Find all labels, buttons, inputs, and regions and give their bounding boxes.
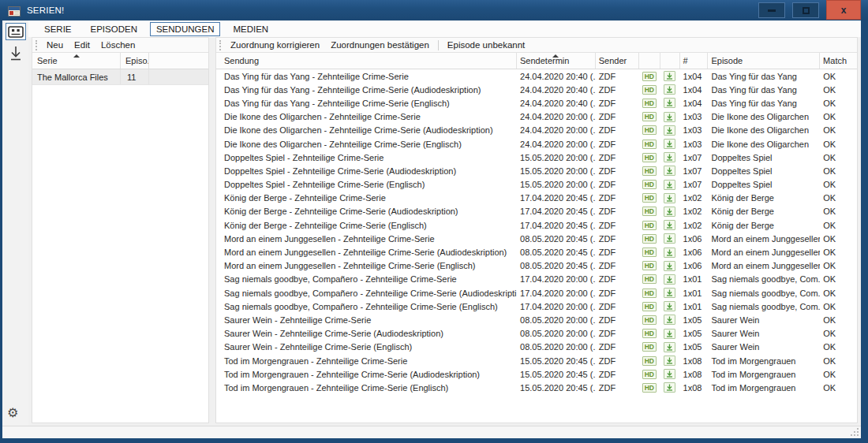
broadcast-row[interactable]: Mord an einem Junggesellen - Zehnteilige… bbox=[216, 232, 857, 245]
sendetermin-cell: 08.05.2020 20:45 (... bbox=[517, 248, 596, 257]
download-media-icon[interactable] bbox=[664, 139, 675, 149]
broadcast-row[interactable]: Die Ikone des Oligarchen - Zehnteilige C… bbox=[216, 110, 857, 124]
episode-cell: Tod im Morgengrauen bbox=[708, 370, 820, 379]
download-media-icon[interactable] bbox=[664, 193, 675, 203]
download-media-icon[interactable] bbox=[664, 98, 675, 108]
sender-column-header[interactable]: Sender bbox=[596, 53, 639, 69]
menu-episoden[interactable]: EPISODEN bbox=[84, 22, 144, 36]
resize-grip-icon[interactable] bbox=[850, 427, 859, 437]
sendung-cell: Saurer Wein - Zehnteilige Crime-Serie bbox=[216, 315, 517, 325]
sendung-cell: König der Berge - Zehnteilige Crime-Seri… bbox=[216, 221, 517, 230]
download-media-icon[interactable] bbox=[664, 233, 675, 244]
broadcast-row[interactable]: Doppeltes Spiel - Zehnteilige Crime-Seri… bbox=[216, 178, 857, 192]
sendung-cell: Tod im Morgengrauen - Zehnteilige Crime-… bbox=[216, 370, 517, 379]
download-media-icon[interactable] bbox=[664, 356, 675, 366]
download-media-icon[interactable] bbox=[664, 220, 675, 230]
broadcast-row[interactable]: Tod im Morgengrauen - Zehnteilige Crime-… bbox=[216, 367, 857, 381]
maximize-icon bbox=[803, 7, 810, 14]
match-column-header[interactable]: Match bbox=[820, 53, 857, 69]
series-row-selected[interactable]: The Mallorca Files 11 bbox=[32, 69, 208, 85]
download-media-icon[interactable] bbox=[664, 125, 675, 136]
edit-button[interactable]: Edit bbox=[69, 39, 95, 50]
download-media-icon[interactable] bbox=[664, 274, 675, 285]
titlebar[interactable]: SERIEN! x bbox=[0, 0, 868, 20]
download-media-icon[interactable] bbox=[664, 342, 675, 352]
broadcast-row[interactable]: Das Ying für das Yang - Zehnteilige Crim… bbox=[216, 83, 857, 96]
sendung-column-header[interactable]: Sendung bbox=[216, 53, 517, 69]
close-button[interactable]: x bbox=[826, 0, 861, 20]
download-column-header[interactable] bbox=[660, 53, 680, 69]
menu-sendungen[interactable]: SENDUNGEN bbox=[150, 22, 220, 36]
episode-number-cell: 1x01 bbox=[680, 302, 709, 311]
menu-serie[interactable]: SERIE bbox=[38, 22, 78, 36]
broadcast-row[interactable]: Tod im Morgengrauen - Zehnteilige Crime-… bbox=[216, 381, 857, 394]
download-tool-button[interactable] bbox=[6, 44, 25, 65]
broadcast-row[interactable]: Mord an einem Junggesellen - Zehnteilige… bbox=[216, 259, 857, 273]
maximize-button[interactable] bbox=[792, 2, 819, 18]
hd-cell: HD bbox=[639, 329, 660, 338]
hd-badge: HD bbox=[642, 112, 657, 121]
download-media-icon[interactable] bbox=[664, 301, 675, 311]
serie-column-header[interactable]: Serie bbox=[32, 53, 121, 69]
minimize-button[interactable] bbox=[758, 2, 785, 18]
download-media-icon[interactable] bbox=[664, 207, 675, 217]
sendetermin-cell: 17.04.2020 20:45 (... bbox=[517, 207, 596, 216]
episode-cell: Doppeltes Spiel bbox=[708, 166, 820, 176]
broadcast-row[interactable]: Saurer Wein - Zehnteilige Crime-Serie 08… bbox=[216, 313, 857, 326]
download-media-icon[interactable] bbox=[664, 84, 675, 95]
download-media-icon[interactable] bbox=[664, 261, 675, 271]
broadcast-row[interactable]: König der Berge - Zehnteilige Crime-Seri… bbox=[216, 218, 857, 232]
download-media-icon[interactable] bbox=[664, 369, 675, 379]
download-media-icon[interactable] bbox=[664, 248, 675, 258]
download-media-icon[interactable] bbox=[664, 166, 675, 176]
toolbar-grip-icon[interactable] bbox=[36, 40, 37, 50]
zuordnung-korrigieren-button[interactable]: Zuordnung korrigieren bbox=[225, 39, 325, 50]
download-media-icon[interactable] bbox=[664, 315, 675, 325]
hd-cell: HD bbox=[639, 166, 660, 176]
download-media-icon[interactable] bbox=[664, 180, 675, 190]
broadcast-row[interactable]: Sag niemals goodbye, Compañero - Zehntei… bbox=[216, 273, 857, 286]
tv-tool-button[interactable] bbox=[6, 23, 26, 40]
match-cell: OK bbox=[820, 315, 857, 325]
hd-column-header[interactable] bbox=[639, 53, 660, 69]
gear-icon: ⚙ bbox=[7, 406, 18, 419]
download-media-icon[interactable] bbox=[664, 71, 675, 81]
download-media-icon[interactable] bbox=[664, 288, 675, 298]
broadcast-row[interactable]: König der Berge - Zehnteilige Crime-Seri… bbox=[216, 205, 857, 218]
broadcast-row[interactable]: Mord an einem Junggesellen - Zehnteilige… bbox=[216, 245, 857, 259]
episode-column-header[interactable]: Episode bbox=[708, 53, 820, 69]
filler-cell bbox=[149, 69, 208, 84]
zuordnungen-bestaetigen-button[interactable]: Zuordnungen bestätigen bbox=[325, 39, 435, 50]
broadcast-row[interactable]: Sag niemals goodbye, Compañero - Zehntei… bbox=[216, 300, 857, 313]
download-media-icon[interactable] bbox=[664, 152, 675, 162]
broadcast-row[interactable]: Doppeltes Spiel - Zehnteilige Crime-Seri… bbox=[216, 151, 857, 164]
panel-splitter[interactable] bbox=[209, 37, 215, 423]
broadcast-row[interactable]: Saurer Wein - Zehnteilige Crime-Serie (E… bbox=[216, 341, 857, 354]
neu-button[interactable]: Neu bbox=[41, 39, 69, 50]
number-column-header[interactable]: # bbox=[680, 53, 709, 69]
broadcast-row[interactable]: Das Ying für das Yang - Zehnteilige Crim… bbox=[216, 96, 857, 110]
broadcast-row[interactable]: Doppeltes Spiel - Zehnteilige Crime-Seri… bbox=[216, 164, 857, 177]
broadcast-row[interactable]: Die Ikone des Oligarchen - Zehnteilige C… bbox=[216, 124, 857, 137]
broadcast-row[interactable]: König der Berge - Zehnteilige Crime-Seri… bbox=[216, 192, 857, 205]
sender-cell: ZDF bbox=[596, 329, 639, 338]
episoden-column-header[interactable]: Episo... bbox=[121, 53, 149, 69]
menu-medien[interactable]: MEDIEN bbox=[226, 22, 275, 36]
broadcast-row[interactable]: Sag niemals goodbye, Compañero - Zehntei… bbox=[216, 286, 857, 300]
download-media-icon[interactable] bbox=[664, 329, 675, 339]
download-media-icon[interactable] bbox=[664, 382, 675, 393]
toolbar-grip-icon[interactable] bbox=[219, 40, 221, 50]
broadcast-row[interactable]: Das Ying für das Yang - Zehnteilige Crim… bbox=[216, 69, 857, 83]
download-media-icon[interactable] bbox=[664, 112, 675, 122]
hd-badge: HD bbox=[642, 99, 657, 108]
settings-button[interactable]: ⚙ bbox=[7, 407, 18, 419]
broadcast-row[interactable]: Tod im Morgengrauen - Zehnteilige Crime-… bbox=[216, 354, 857, 367]
episode-cell: Die Ikone des Oligarchen bbox=[708, 140, 820, 149]
broadcast-row[interactable]: Saurer Wein - Zehnteilige Crime-Serie (A… bbox=[216, 327, 857, 341]
episode-unbekannt-button[interactable]: Episode unbekannt bbox=[442, 39, 530, 50]
hd-badge: HD bbox=[642, 370, 657, 379]
sendetermin-column-header[interactable]: Sendetermin bbox=[517, 53, 596, 69]
loeschen-button[interactable]: Löschen bbox=[95, 39, 140, 50]
download-icon bbox=[9, 46, 23, 63]
broadcast-row[interactable]: Die Ikone des Oligarchen - Zehnteilige C… bbox=[216, 137, 857, 151]
